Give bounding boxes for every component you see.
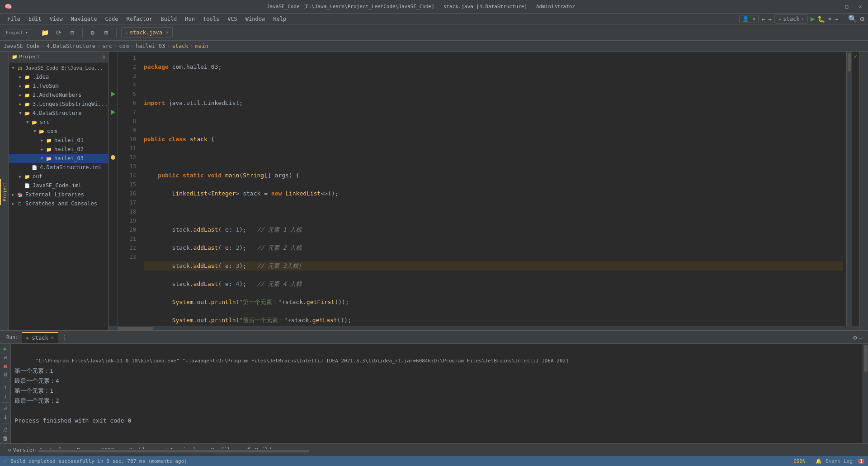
tree-item-hailei03[interactable]: ▼ 📂 hailei_03 xyxy=(9,154,108,163)
menu-file[interactable]: File xyxy=(4,15,24,23)
tree-item-scratches[interactable]: ▶ 🗒 Scratches and Consoles xyxy=(9,199,108,208)
run-gutter-7[interactable] xyxy=(108,108,117,117)
coverage-button[interactable]: ☂ xyxy=(828,15,831,23)
run-tab-stack[interactable]: ▶ stack × xyxy=(22,332,58,343)
run-tab-label: stack xyxy=(32,335,48,341)
folder-icon[interactable]: 📁 xyxy=(40,27,51,38)
settings-icon[interactable]: ⚙ xyxy=(860,14,864,23)
console-clear-icon[interactable]: 🗑 xyxy=(1,435,9,442)
project-settings-icon[interactable]: ⚙ xyxy=(102,54,105,60)
run-tab-more-icon[interactable]: ⋮ xyxy=(59,334,69,341)
menu-code[interactable]: Code xyxy=(102,15,122,23)
menu-refactor[interactable]: Refactor xyxy=(123,15,156,23)
breadcrumb-main[interactable]: main xyxy=(195,43,208,49)
console-up-icon[interactable]: ↑ xyxy=(1,384,9,391)
settings-gear-icon[interactable]: ⚙ xyxy=(87,27,98,38)
tree-item-extlibs[interactable]: ▶ 📚 External Libraries xyxy=(9,190,108,199)
menu-tools[interactable]: Tools xyxy=(199,15,223,23)
breadcrumb-hailei03[interactable]: hailei_03 xyxy=(136,43,165,49)
status-event-log[interactable]: 🔔 xyxy=(816,458,822,464)
console-soft-wrap-icon[interactable]: ⏎ xyxy=(1,405,9,412)
menu-build[interactable]: Build xyxy=(157,15,180,23)
maximize-button[interactable]: □ xyxy=(844,4,850,10)
editor-vertical-scrollbar[interactable] xyxy=(846,52,852,326)
breadcrumb-com[interactable]: com xyxy=(119,43,129,49)
breadcrumb-project[interactable]: JavaSE_Code xyxy=(4,43,39,49)
code-content[interactable]: package com.hailei_03; import java.util.… xyxy=(140,52,846,326)
menu-navigate[interactable]: Navigate xyxy=(67,15,101,23)
console-down-icon[interactable]: ↓ xyxy=(1,393,9,399)
menu-view[interactable]: View xyxy=(46,15,66,23)
all-ok-icon: ✓ xyxy=(854,52,857,60)
breadcrumb-module[interactable]: 4.DataStructure xyxy=(47,43,95,49)
tree-item-idea[interactable]: ▶ 📁 .idea xyxy=(9,72,108,81)
run-tab-close[interactable]: × xyxy=(51,335,54,340)
run-gutter-5[interactable] xyxy=(108,90,117,99)
run-arrow-icon-2[interactable] xyxy=(111,109,115,115)
breadcrumb-stack[interactable]: stack xyxy=(172,43,188,49)
tree-item-hailei02[interactable]: ▶ 📁 hailei_02 xyxy=(9,145,108,154)
search-everywhere-icon[interactable]: 🔍 xyxy=(848,14,857,23)
status-event-log-label[interactable]: Event Log xyxy=(826,458,853,464)
tree-item-hailei01[interactable]: ▶ 📁 hailei_01 xyxy=(9,136,108,145)
tree-item-twosum[interactable]: ▶ 📁 1.TwoSum xyxy=(9,81,108,90)
tree-item-4iml[interactable]: 📄 4.DataStructure.iml xyxy=(9,163,108,172)
tree-item-longest[interactable]: ▶ 📁 3.LongestSubstringWi... xyxy=(9,100,108,109)
forward-button[interactable]: → xyxy=(768,15,772,23)
tree-item-com[interactable]: ▼ 📂 com xyxy=(9,127,108,136)
tree-4data-icon: 📂 xyxy=(24,109,31,117)
console-pause-icon[interactable]: ⏸ xyxy=(1,371,9,378)
console-rerun-icon[interactable]: ↺ xyxy=(1,354,9,361)
active-file-tab[interactable]: ☕ stack.java × xyxy=(122,29,172,37)
tree-com-icon: 📂 xyxy=(38,128,45,135)
tree-item-src[interactable]: ▼ 📂 src xyxy=(9,118,108,127)
tree-src-label: src xyxy=(40,119,50,125)
sidebar-project-tab[interactable]: Project xyxy=(0,179,9,205)
console-scrollbar-thumb[interactable] xyxy=(864,345,868,372)
account-button[interactable]: 👤 ▾ xyxy=(739,15,759,23)
tab-close-icon[interactable]: × xyxy=(166,30,169,35)
layout-icon[interactable]: ⊞ xyxy=(101,27,112,38)
active-file-name: stack.java xyxy=(130,29,162,36)
menu-window[interactable]: Window xyxy=(242,15,269,23)
more-run-button[interactable]: ⋯ xyxy=(835,15,838,23)
run-button-top[interactable]: ▶ xyxy=(811,14,815,23)
tree-item-javase-iml[interactable]: 📄 JavaSE_Code.iml xyxy=(9,181,108,190)
tree-add2-arrow: ▶ xyxy=(17,90,24,100)
scrollbar-thumb[interactable] xyxy=(848,53,851,71)
console-vertical-scrollbar[interactable] xyxy=(863,344,868,443)
menu-bar: File Edit View Navigate Code Refactor Bu… xyxy=(0,14,868,24)
console-divider-2 xyxy=(2,402,9,403)
menu-vcs[interactable]: VCS xyxy=(224,15,241,23)
project-dropdown[interactable]: Project ▾ xyxy=(4,29,30,36)
editor-horizontal-scrollbar[interactable] xyxy=(108,326,859,330)
menu-help[interactable]: Help xyxy=(269,15,290,23)
console-print-icon[interactable]: 🖨 xyxy=(1,426,9,433)
console-stop-icon[interactable]: ■ xyxy=(1,363,9,370)
minimize-panel-icon[interactable]: — xyxy=(859,334,863,341)
close-button[interactable]: ✕ xyxy=(857,4,863,10)
tree-item-4data[interactable]: ▼ 📂 4.DataStructure xyxy=(9,109,108,118)
toolbar-separator-2 xyxy=(82,28,83,37)
breadcrumb-src[interactable]: src xyxy=(102,43,112,49)
console-output[interactable]: "C:\Program Files\Java\jdk-11.0.10\bin\j… xyxy=(11,344,863,443)
back-button[interactable]: ← xyxy=(761,15,765,23)
breadcrumb-sep-2: › xyxy=(97,43,100,49)
menu-run[interactable]: Run xyxy=(181,15,198,23)
run-config-btn[interactable]: ☕ stack ▾ xyxy=(774,14,808,24)
run-arrow-icon[interactable] xyxy=(111,91,115,97)
tree-item-out[interactable]: ▶ 📁 out xyxy=(9,172,108,181)
editor-area: 12345 678910 1112131415 1617181920 21222… xyxy=(108,52,859,330)
debug-button[interactable]: 🐛 xyxy=(817,15,825,23)
tree-item-add2[interactable]: ▶ 📁 2.AddTwoNumbers xyxy=(9,90,108,100)
tree-com-label: com xyxy=(47,128,57,134)
settings-run-icon[interactable]: ⚙ xyxy=(853,334,857,341)
console-run-icon[interactable]: ▶ xyxy=(1,346,9,352)
sync-icon[interactable]: ⟳ xyxy=(53,27,64,38)
collapse-all-icon[interactable]: ⊟ xyxy=(67,27,78,38)
menu-edit[interactable]: Edit xyxy=(25,15,45,23)
minimize-button[interactable]: — xyxy=(830,4,836,10)
console-scroll-end-icon[interactable]: ⤓ xyxy=(1,414,9,420)
editor-hscroll-thumb[interactable] xyxy=(118,327,154,330)
tree-root[interactable]: ▼ 🗂 JavaSE_Code E:\Java_Lea... xyxy=(9,63,108,72)
